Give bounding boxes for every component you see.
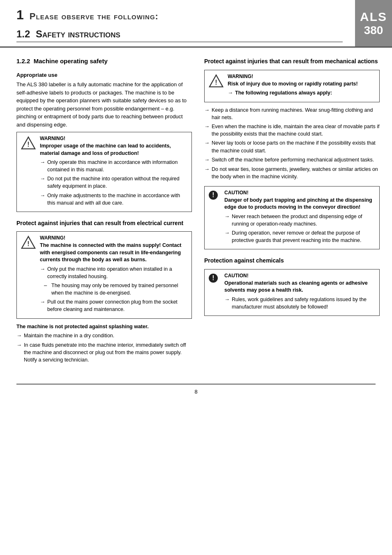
chemicals-item-text: Rules, work guidelines and safety regula…	[232, 296, 375, 311]
extra-text: The machine is not protected against spl…	[16, 323, 192, 331]
chapter-number: 1	[16, 7, 24, 23]
caution-chemicals-main: Operational materials such as cleaning a…	[224, 280, 375, 294]
chemicals-title: Protection against chemicals	[204, 257, 380, 265]
warning-item-2: → Do not put the machine into operation …	[40, 175, 187, 190]
water-item-2: → In case fluids penetrate into the mach…	[16, 341, 192, 364]
elec-item-text: Pull out the mains power connection plug…	[47, 298, 187, 313]
arrow-icon: →	[40, 265, 46, 273]
mech-bold-item: → The following regulations always apply…	[228, 89, 375, 97]
caution-label: CAUTION!	[224, 190, 375, 196]
warning-icon: !	[21, 136, 36, 150]
mech-item-text: Even when the machine is idle, maintain …	[212, 123, 380, 138]
arrow-icon: →	[40, 175, 46, 183]
caution-main-text: Danger of body part trapping and pinchin…	[224, 197, 375, 211]
header-left: 1 Please observe the following: 1.2 Safe…	[0, 0, 355, 46]
mech-item-1: → Keep a distance from running machines.…	[204, 106, 380, 121]
appropriate-use-block: Appropriate use The ALS 380 labeller is …	[16, 72, 192, 212]
arrow-icon: →	[40, 298, 46, 306]
chemicals-item-1: → Rules, work guidelines and safety regu…	[224, 296, 375, 311]
arrow-icon: →	[204, 166, 210, 173]
elec-item-text: The housing may only be removed by train…	[51, 282, 187, 297]
page: 1 Please observe the following: 1.2 Safe…	[0, 0, 392, 555]
warning-improper-text: WARNING! Improper usage of the machine c…	[40, 136, 187, 208]
section-number: 1.2	[16, 28, 30, 39]
elec-item-text: Only put the machine into operation when…	[47, 265, 187, 280]
brand-name: ALS	[360, 10, 387, 24]
caution-item-text: During operation, never remove or defeat…	[232, 229, 375, 244]
electrical-current-title: Protect against injuries that can result…	[16, 219, 192, 228]
header: 1 Please observe the following: 1.2 Safe…	[0, 0, 392, 48]
left-column: 1.2.2 Machine operating safety Appropria…	[16, 58, 192, 371]
arrow-icon: →	[204, 123, 210, 131]
warning-item-text: Do not put the machine into operation wi…	[47, 175, 187, 190]
caution-dispensing-text: CAUTION! Danger of body part trapping an…	[224, 190, 375, 246]
mech-item-5: → Do not wear ties, loose garments, jewe…	[204, 166, 380, 180]
caution-chemicals-label: CAUTION!	[224, 273, 375, 279]
mech-item-text: Never lay tools or loose parts on the ma…	[212, 139, 380, 154]
arrow-icon: →	[16, 332, 22, 340]
caution-dot: !	[209, 191, 218, 200]
arrow-icon: →	[224, 213, 230, 221]
warning-main-text: Risk of injury due to moving or rapidly …	[228, 81, 375, 88]
mech-item-3: → Never lay tools or loose parts on the …	[204, 139, 380, 154]
warning-label: WARNING!	[40, 235, 187, 241]
mech-item-text: Switch off the machine before performing…	[212, 156, 374, 164]
warning-improper-usage: ! WARNING! Improper usage of the machine…	[16, 132, 192, 212]
warning-label: WARNING!	[40, 136, 187, 141]
water-item-text: In case fluids penetrate into the machin…	[24, 341, 192, 364]
brand-model: 380	[364, 24, 383, 37]
arrow-icon: →	[204, 139, 210, 147]
svg-text:!: !	[215, 78, 217, 86]
svg-text:!: !	[27, 240, 29, 247]
warning-mechanical: ! WARNING! Risk of injury due to moving …	[204, 70, 380, 102]
arrow-icon: →	[224, 229, 230, 237]
caution-dot-chemicals: !	[209, 274, 218, 283]
arrow-icon: →	[16, 341, 22, 349]
mechanical-actions-title: Protect against injuries that can result…	[204, 58, 380, 66]
section-title-block: 1.2 Safety instructions	[16, 25, 343, 42]
caution-item-text: Never reach between the product and disp…	[232, 213, 375, 228]
arrow-icon: →	[204, 106, 210, 114]
caution-chemicals: ! CAUTION! Operational materials such as…	[204, 269, 380, 316]
mech-item-2: → Even when the machine is idle, maintai…	[204, 123, 380, 138]
main-content: 1.2.2 Machine operating safety Appropria…	[0, 48, 392, 384]
mech-item-text: Do not wear ties, loose garments, jewell…	[212, 166, 380, 180]
arrow-icon: →	[204, 156, 210, 164]
warning-mechanical-text: WARNING! Risk of injury due to moving or…	[228, 74, 375, 99]
right-column: Protect against injuries that can result…	[204, 58, 380, 371]
appropriate-use-title: Appropriate use	[16, 72, 192, 78]
elec-item-1: → Only put the machine into operation wh…	[40, 265, 187, 280]
warning-item-text: Only make adjustments to the machine in …	[47, 192, 187, 207]
warning-icon-electrical: !	[21, 235, 36, 250]
water-item-text: Maintain the machine in a dry condition.	[24, 332, 114, 339]
arrow-icon: →	[224, 296, 230, 304]
caution-icon-dispensing: !	[209, 190, 220, 200]
caution-item-1: → Never reach between the product and di…	[224, 213, 375, 228]
dash-icon: –	[44, 282, 50, 290]
warning-main-text: Improper usage of the machine can lead t…	[40, 143, 187, 157]
brand-block: ALS 380	[355, 0, 392, 46]
caution-dispensing: ! CAUTION! Danger of body part trapping …	[204, 186, 380, 250]
water-item-1: → Maintain the machine in a dry conditio…	[16, 332, 192, 340]
page-num-text: 8	[194, 389, 197, 395]
warning-item-1: → Only operate this machine in accordanc…	[40, 159, 187, 173]
chapter-heading: 1 Please observe the following:	[16, 7, 343, 23]
elec-item-2: – The housing may only be removed by tra…	[44, 282, 187, 297]
chemicals-block: Protection against chemicals ! CAUTION! …	[204, 257, 380, 316]
warning-electrical: ! WARNING! The machine is connected with…	[16, 231, 192, 318]
mech-item-4: → Switch off the machine before performi…	[204, 156, 380, 164]
warning-label: WARNING!	[228, 74, 375, 79]
warning-electrical-text: WARNING! The machine is connected with t…	[40, 235, 187, 315]
caution-chemicals-text: CAUTION! Operational materials such as c…	[224, 273, 375, 312]
warning-icon-mechanical: !	[209, 74, 224, 88]
appropriate-use-paragraph: The ALS 380 labeller is a fully automati…	[16, 81, 192, 129]
subsection-block: 1.2.2 Machine operating safety	[16, 58, 192, 64]
section-title: Safety instructions	[36, 28, 120, 39]
elec-item-3: → Pull out the mains power connection pl…	[40, 298, 187, 313]
arrow-icon: →	[40, 192, 46, 200]
warning-main-text: The machine is connected with the mains …	[40, 242, 187, 264]
chapter-title: Please observe the following:	[30, 11, 159, 22]
arrow-icon: →	[228, 89, 233, 97]
warning-item-text: Only operate this machine in accordance …	[47, 159, 187, 173]
caution-item-2: → During operation, never remove or defe…	[224, 229, 375, 244]
